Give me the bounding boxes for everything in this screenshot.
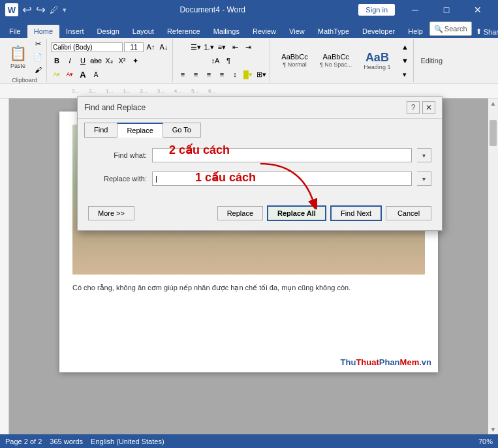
find-what-label: Find what:: [88, 151, 147, 159]
page-info: Page 2 of 2: [5, 438, 42, 445]
signin-button[interactable]: Sign in: [358, 4, 395, 16]
tab-review[interactable]: Review: [246, 25, 283, 38]
close-button[interactable]: ✕: [463, 0, 493, 20]
find-what-field: Find what: ▾: [88, 148, 431, 162]
style-heading1[interactable]: AaB Heading 1: [359, 50, 395, 72]
font-size-input[interactable]: [124, 42, 144, 52]
replace-with-input[interactable]: [152, 172, 412, 186]
replace-with-dropdown[interactable]: ▾: [417, 172, 431, 186]
tab-file[interactable]: File: [3, 25, 27, 38]
share-icon: ⬆: [476, 27, 482, 36]
replace-button[interactable]: Replace: [217, 206, 263, 220]
ribbon-toolbar: 📋 Paste ✂ 📄 🖌 Clipboard A↑ A↓ B I U abc …: [0, 38, 498, 84]
shading-button[interactable]: █▾: [242, 68, 254, 80]
word-count: 365 words: [50, 438, 83, 445]
search-icon: 🔍: [434, 25, 443, 33]
more-button[interactable]: More >>: [88, 206, 134, 220]
share-label[interactable]: ⬆ Share: [472, 27, 498, 36]
zoom-level[interactable]: 70%: [478, 438, 493, 445]
vertical-ruler: [0, 98, 9, 434]
find-what-input[interactable]: [152, 148, 412, 162]
tab-view[interactable]: View: [283, 25, 311, 38]
dialog-titlebar: Find and Replace ? ✕: [78, 97, 442, 119]
subscript-button[interactable]: X₂: [103, 55, 115, 67]
tab-reference[interactable]: Reference: [161, 25, 207, 38]
increase-indent-button[interactable]: ⇥: [242, 41, 254, 53]
font-family-input[interactable]: [51, 42, 123, 52]
format-painter-button[interactable]: 🖌: [32, 64, 44, 76]
tab-mathtype[interactable]: MathType: [311, 25, 356, 38]
replace-all-button[interactable]: Replace All: [267, 205, 326, 221]
tab-insert[interactable]: Insert: [59, 25, 91, 38]
title-bar-right: Sign in ─ □ ✕: [358, 0, 493, 20]
bold-button[interactable]: B: [51, 55, 63, 67]
styles-scroll-up[interactable]: ▲: [399, 41, 411, 53]
sort-button[interactable]: ↕A: [210, 55, 221, 67]
document-text: Có cho rằng, không ăn cơm giúp nếp nhăn …: [72, 282, 425, 294]
superscript-button[interactable]: X²: [116, 55, 128, 67]
cut-button[interactable]: ✂: [32, 38, 44, 50]
dialog-help-button[interactable]: ?: [407, 101, 420, 114]
vertical-scrollbar[interactable]: ▲ ▼: [488, 98, 498, 434]
paste-button[interactable]: 📋 Paste: [5, 44, 31, 70]
decrease-font-button[interactable]: A↓: [158, 41, 170, 53]
multilevel-list-button[interactable]: ≡▾: [216, 41, 228, 53]
tab-layout[interactable]: Layout: [126, 25, 161, 38]
numbering-button[interactable]: 1.▾: [203, 41, 215, 53]
show-para-button[interactable]: ¶: [223, 55, 234, 67]
smaller-font-button[interactable]: A: [90, 68, 102, 80]
styles-gallery: AaBbCc ¶ Normal AaBbCc ¶ No Spac... AaB …: [274, 50, 397, 72]
dialog-title: Find and Replace: [84, 103, 146, 112]
copy-button[interactable]: 📄: [32, 51, 44, 63]
underline-button[interactable]: U: [77, 55, 89, 67]
style-normal[interactable]: AaBbCc ¶ Normal: [277, 52, 313, 70]
dialog-close-button[interactable]: ✕: [422, 101, 435, 114]
watermark-phan: Phan: [379, 357, 400, 367]
minimize-button[interactable]: ─: [400, 0, 430, 20]
style-normal-label: ¶ Normal: [283, 61, 306, 68]
dialog-tabs: Find Replace Go To: [78, 119, 442, 138]
tab-mailings[interactable]: Mailings: [207, 25, 246, 38]
scrollbar-thumb[interactable]: [490, 120, 497, 146]
decrease-indent-button[interactable]: ⇤: [229, 41, 241, 53]
dialog-tab-find[interactable]: Find: [84, 123, 117, 138]
font-group: A↑ A↓ B I U abc X₂ X² ✦ A▾ A▾ A A: [48, 39, 173, 82]
italic-button[interactable]: I: [64, 55, 76, 67]
align-center-button[interactable]: ≡: [190, 68, 202, 80]
strikethrough-button[interactable]: abc: [90, 55, 102, 67]
increase-font-button[interactable]: A↑: [145, 41, 157, 53]
border-button[interactable]: ⊞▾: [255, 68, 267, 80]
scroll-up-arrow[interactable]: ▲: [490, 100, 497, 107]
justify-button[interactable]: ≡: [216, 68, 228, 80]
watermark-thuat: Thuat: [356, 357, 379, 367]
word-icon: W: [5, 3, 18, 16]
dialog-footer: More >> Replace Replace All Find Next Ca…: [78, 203, 442, 230]
tab-help[interactable]: Help: [401, 25, 429, 38]
align-right-button[interactable]: ≡: [203, 68, 215, 80]
clear-format-button[interactable]: ✦: [129, 55, 141, 67]
bigger-font-button[interactable]: A: [77, 68, 89, 80]
window-controls: ─ □ ✕: [400, 0, 493, 20]
ribbon-search[interactable]: 🔍 Search: [429, 22, 472, 36]
dialog-tab-replace[interactable]: Replace: [117, 123, 163, 138]
tab-home[interactable]: Home: [27, 25, 59, 38]
scroll-down-arrow[interactable]: ▼: [490, 426, 497, 433]
font-color-button[interactable]: A▾: [64, 68, 76, 80]
styles-more[interactable]: ▾: [399, 68, 411, 80]
find-next-button[interactable]: Find Next: [330, 205, 382, 221]
line-spacing-button[interactable]: ↕: [229, 68, 241, 80]
highlight-button[interactable]: A▾: [51, 68, 63, 80]
maximize-button[interactable]: □: [431, 0, 461, 20]
dialog-tab-goto[interactable]: Go To: [163, 123, 201, 138]
cancel-button[interactable]: Cancel: [386, 206, 431, 220]
document-title: Document4 - Word: [179, 5, 245, 14]
dialog-controls: ? ✕: [407, 101, 435, 114]
find-what-dropdown[interactable]: ▾: [417, 148, 431, 162]
styles-scroll-down[interactable]: ▼: [399, 55, 411, 67]
tab-design[interactable]: Design: [91, 25, 126, 38]
bullets-button[interactable]: ☰▾: [190, 41, 202, 53]
style-nospace[interactable]: AaBbCc ¶ No Spac...: [315, 52, 356, 70]
align-left-button[interactable]: ≡: [177, 68, 189, 80]
tab-developer[interactable]: Developer: [356, 25, 401, 38]
style-heading1-preview: AaB: [366, 52, 389, 63]
